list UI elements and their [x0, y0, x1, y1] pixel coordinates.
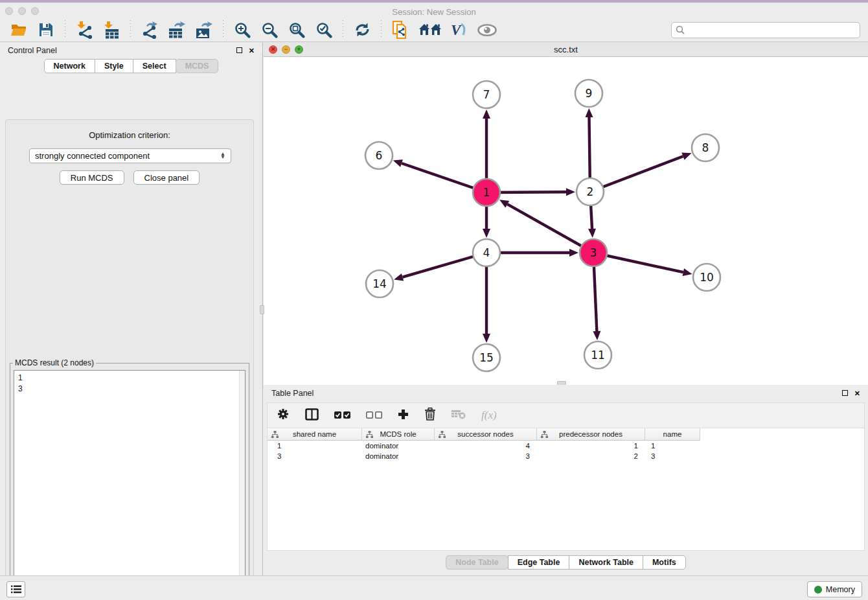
export-network-button[interactable]	[139, 19, 160, 40]
mcds-panel: Optimization criterion: strongly connect…	[5, 119, 254, 600]
mcds-result-line[interactable]: 1	[18, 373, 241, 384]
tab-network[interactable]: Network	[44, 59, 95, 73]
table-settings-button[interactable]	[277, 408, 290, 423]
import-network-button[interactable]	[74, 19, 95, 40]
table-header-row: shared nameMCDS rolesuccessor nodesprede…	[268, 428, 864, 441]
list-icon	[11, 585, 21, 594]
network-canvas[interactable]: 7968124314101511	[264, 57, 867, 384]
graph-node-2[interactable]: 2	[577, 178, 604, 205]
svg-text:2: 2	[587, 185, 594, 198]
mcds-result-list[interactable]: 13	[14, 370, 246, 600]
network-file-button[interactable]	[390, 19, 411, 40]
criterion-select[interactable]: strongly connected component ▲▼	[29, 148, 231, 163]
graph-node-7[interactable]: 7	[473, 81, 500, 108]
graph-node-1[interactable]: 1	[473, 179, 500, 206]
network-window-titlebar[interactable]: ✕ − + scc.txt	[264, 42, 868, 57]
mcds-result-line[interactable]: 3	[18, 384, 241, 395]
graph-node-9[interactable]: 9	[575, 80, 602, 107]
delete-table-button[interactable]	[451, 410, 466, 422]
select-all-columns-button[interactable]	[334, 410, 350, 421]
table-cell[interactable]: 2	[537, 451, 645, 461]
network-file-icon	[392, 21, 409, 39]
svg-text:6: 6	[376, 149, 383, 162]
table-toolbar: f(x)	[267, 402, 865, 428]
float-table-panel-icon[interactable]	[842, 390, 848, 396]
tab-edge-table[interactable]: Edge Table	[508, 555, 570, 570]
graph-node-8[interactable]: 8	[692, 134, 719, 161]
attribute-type-icon	[439, 431, 446, 438]
graph-node-14[interactable]: 14	[366, 270, 393, 297]
table-tabs: Node Table Edge Table Network Table Moti…	[264, 555, 868, 570]
svg-text:3: 3	[590, 246, 597, 259]
svg-text:14: 14	[372, 277, 387, 290]
float-panel-icon[interactable]	[236, 47, 242, 53]
home-button[interactable]	[417, 19, 443, 40]
table-cell[interactable]: 1	[537, 441, 645, 451]
run-mcds-button[interactable]: Run MCDS	[60, 170, 124, 185]
network-view-window: ✕ − + scc.txt 7968124314101511	[264, 42, 868, 385]
vertical-splitter-handle[interactable]	[260, 305, 264, 314]
table-row[interactable]: 3dominator323	[268, 451, 864, 461]
close-panel-icon[interactable]: ✕	[249, 47, 255, 54]
task-history-button[interactable]	[6, 581, 25, 597]
delete-column-button[interactable]	[424, 408, 436, 423]
function-builder-button[interactable]: f(x)	[481, 409, 497, 422]
save-session-button[interactable]	[36, 19, 56, 40]
column-header-successor-nodes[interactable]: successor nodes	[435, 428, 537, 441]
unselect-all-columns-button[interactable]	[366, 410, 382, 421]
close-table-panel-icon[interactable]: ✕	[854, 390, 860, 397]
export-table-icon	[168, 21, 186, 39]
graph-edge-2-8[interactable]	[590, 156, 683, 192]
control-panel: Control Panel ✕ Network Style Select MCD…	[0, 42, 263, 575]
memory-button[interactable]: Memory	[807, 581, 862, 597]
graph-node-4[interactable]: 4	[473, 239, 500, 266]
home-icon	[418, 23, 442, 37]
show-graphics-button[interactable]	[477, 19, 497, 40]
zoom-in-button[interactable]	[232, 19, 253, 40]
create-column-button[interactable]	[398, 409, 409, 422]
table-cell[interactable]: 1	[268, 441, 362, 451]
graph-node-10[interactable]: 10	[693, 264, 720, 291]
table-row[interactable]: 1dominator411	[268, 441, 864, 451]
open-session-button[interactable]	[8, 19, 29, 40]
table-cell[interactable]: 4	[435, 441, 537, 451]
zoom-in-icon	[234, 21, 251, 39]
column-header-mcds-role[interactable]: MCDS role	[362, 428, 435, 441]
column-header-shared-name[interactable]: shared name	[268, 428, 362, 441]
export-image-button[interactable]	[194, 19, 214, 40]
column-header-name[interactable]: name	[645, 428, 700, 441]
column-header-predecessor-nodes[interactable]: predecessor nodes	[537, 428, 645, 441]
table-cell[interactable]: 3	[268, 451, 362, 461]
zoom-out-button[interactable]	[259, 19, 280, 40]
tab-mcds[interactable]: MCDS	[176, 59, 219, 73]
tab-style[interactable]: Style	[95, 59, 133, 73]
search-icon	[676, 25, 685, 34]
graph-node-6[interactable]: 6	[365, 142, 393, 169]
table-cell[interactable]: dominator	[362, 451, 435, 461]
table-cell[interactable]: 3	[645, 451, 700, 461]
graph-node-11[interactable]: 11	[584, 341, 611, 369]
table-cell[interactable]: 3	[435, 451, 537, 461]
zoom-fit-button[interactable]	[286, 19, 307, 40]
apply-layout-button[interactable]	[352, 19, 372, 40]
search-box[interactable]	[671, 22, 860, 38]
plus-icon	[398, 409, 409, 420]
tab-network-table[interactable]: Network Table	[569, 555, 643, 570]
graph-node-3[interactable]: 3	[580, 239, 607, 266]
export-table-button[interactable]	[166, 19, 187, 40]
tab-motifs[interactable]: Motifs	[643, 555, 686, 570]
graph-node-15[interactable]: 15	[473, 344, 500, 371]
import-network-icon	[76, 21, 93, 39]
show-columns-button[interactable]	[305, 408, 319, 423]
close-panel-button[interactable]: Close panel	[133, 170, 200, 185]
search-input[interactable]	[688, 25, 856, 34]
import-table-button[interactable]	[101, 19, 122, 40]
zoom-selected-button[interactable]	[314, 19, 334, 40]
tab-select[interactable]: Select	[133, 59, 176, 73]
table-cell[interactable]: 1	[645, 441, 700, 451]
scrollbar[interactable]	[239, 371, 245, 600]
tab-node-table[interactable]: Node Table	[446, 555, 508, 570]
graph-edge-3-1[interactable]	[507, 204, 593, 253]
vizmapper-button[interactable]: V	[450, 19, 470, 40]
table-cell[interactable]: dominator	[362, 441, 435, 451]
